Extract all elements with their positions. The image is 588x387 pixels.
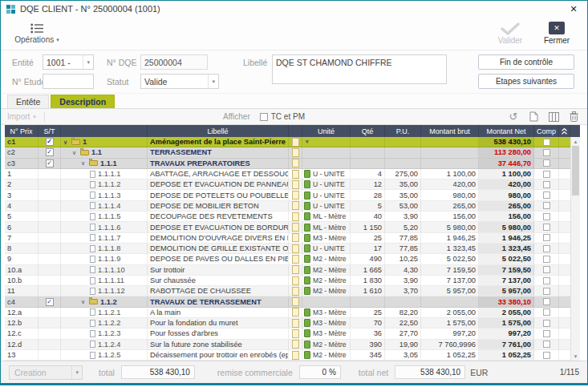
comp-checkbox[interactable] [543, 277, 550, 284]
table-row[interactable]: 12.a1.1.2.1A la mainM3 - Mètre2582,202 0… [5, 308, 570, 318]
cell-end [559, 244, 570, 253]
unit-label: M2 - Mètre [313, 351, 347, 359]
expand-chevron-icon[interactable]: ∨ [72, 150, 79, 155]
libelle-input[interactable]: DQE ST CHAMOND CHIFFRE [272, 54, 447, 84]
operations-button[interactable]: Opérations▾ [9, 17, 65, 50]
comp-checkbox[interactable] [543, 224, 550, 231]
table-row[interactable]: 41.1.1.4DEPOSE DE MOBILIER BETONU - UNIT… [5, 201, 570, 212]
comp-checkbox[interactable] [543, 320, 550, 327]
col-hierarchy[interactable] [61, 125, 148, 137]
st-checkbox[interactable]: ✓ [46, 159, 54, 167]
num-etude-input[interactable] [43, 74, 94, 89]
fermer-button[interactable]: ✕ Fermer [534, 17, 579, 50]
col-num-prix[interactable]: N° Prix [5, 125, 39, 137]
comp-checkbox[interactable] [543, 288, 550, 295]
cell-comp [534, 350, 559, 360]
col-libelle[interactable]: Libellé [148, 125, 289, 137]
fin-de-controle-button[interactable]: Fin de contrôle [478, 54, 574, 70]
table-row[interactable]: c3✓∨1.1.1TRAVAUX PREPARATOIRES37 446,70 [5, 159, 570, 169]
cell-hierarchy: ∨1 [61, 137, 148, 147]
expand-chevron-icon[interactable]: ∨ [63, 139, 70, 145]
scroll-down-icon[interactable]: ▼ [571, 352, 580, 361]
hierarchy-code: 1.1.1.12 [98, 287, 125, 295]
st-checkbox[interactable]: ✓ [46, 298, 54, 306]
unit-icon [304, 234, 310, 242]
vertical-scrollbar[interactable]: ▲ ▼ [570, 137, 580, 361]
comp-checkbox[interactable] [543, 202, 550, 209]
comp-checkbox[interactable] [543, 341, 550, 348]
table-row[interactable]: 10.b1.1.1.11Sur chausséeM2 - Mètre1 8303… [5, 276, 570, 286]
comp-checkbox[interactable] [543, 171, 550, 178]
st-checkbox[interactable]: ✓ [46, 138, 54, 146]
statut-select[interactable]: Valide ▾ [140, 74, 219, 89]
expand-chevron-icon[interactable]: ∨ [81, 160, 87, 166]
table-row[interactable]: 51.1.1.5DECOUPAGE DES REVETEMENTSML - Mè… [5, 212, 570, 222]
col-note[interactable] [289, 125, 302, 137]
table-row[interactable]: 81.1.1.8DEMOLITION DE GRILLE EXISTANTE O… [5, 244, 570, 254]
table-row[interactable]: 61.1.1.6DEPOSE ET EVACUATION DE BORDURES… [5, 222, 570, 232]
trash-icon[interactable] [566, 111, 581, 123]
table-row[interactable]: c1✓∨1Aménagement de la place Saint-Pierr… [5, 137, 570, 147]
valider-button[interactable]: Valider [486, 17, 534, 50]
col-montant-brut[interactable]: Montant brut [421, 125, 479, 137]
table-row[interactable]: 111.1.1.12RABOTTAGE DE CHAUSSEEM2 - Mètr… [5, 286, 570, 296]
unit-dropdown-icon[interactable]: ▾ [306, 139, 309, 145]
table-row[interactable]: 12.d1.1.2.4Sur la future zone stabilisée… [5, 340, 570, 350]
remise-field[interactable]: 0 % [299, 365, 341, 379]
col-pu[interactable]: P.U. [385, 125, 421, 137]
comp-checkbox[interactable] [543, 298, 550, 305]
table-row[interactable]: 71.1.1.7DEMOLITION D'OUVRAGE DIVERS EN B… [5, 233, 570, 244]
comp-checkbox[interactable] [543, 139, 550, 146]
table-row[interactable]: 91.1.1.9DEPOSE DE PAVES OU DALLES EN PIE… [5, 254, 570, 264]
comp-checkbox[interactable] [543, 352, 550, 359]
comp-checkbox[interactable] [543, 330, 550, 337]
new-document-icon[interactable] [526, 111, 541, 123]
collapse-rows-icon[interactable] [559, 125, 570, 137]
import-button[interactable]: Import ▾ [7, 112, 36, 121]
table-row[interactable]: 10.a1.1.1.10Sur trottoirM2 - Mètre1 6654… [5, 265, 570, 276]
cell-libelle: Sur trottoir [148, 265, 289, 275]
comp-checkbox[interactable] [543, 181, 550, 188]
etapes-suivantes-button[interactable]: Etapes suivantes [478, 74, 574, 89]
columns-icon[interactable] [546, 111, 561, 123]
table-row[interactable]: 12.b1.1.2.2Pour la fondation du muretM3 … [5, 318, 570, 329]
expand-chevron-icon[interactable]: ∨ [81, 299, 87, 304]
tab-entete[interactable]: Entête [7, 95, 49, 108]
table-row[interactable]: 31.1.1.3DEPOSE DE POTELETS OU POUBELLESU… [5, 190, 570, 200]
table-row[interactable]: 131.1.2.5Décaissement pour trottoir en e… [5, 350, 570, 361]
comp-checkbox[interactable] [543, 213, 550, 220]
table-row[interactable]: c4✓∨1.1.2TRAVAUX DE TERRASSEMENT33 380,1… [5, 296, 570, 307]
comp-checkbox[interactable] [543, 159, 550, 167]
comp-checkbox[interactable] [543, 234, 550, 241]
comp-checkbox[interactable] [543, 245, 550, 252]
num-dqe-label: N° DQE [107, 58, 136, 67]
cell-note [289, 159, 302, 168]
entite-select[interactable]: 1001 - ▾ [43, 54, 94, 70]
libelle-label: Libellé [243, 58, 267, 67]
col-st[interactable]: S/T [39, 125, 61, 137]
table-row[interactable]: 11.1.1.1ABATTAGE, ARRACHAGE ET DESSOUCHA… [5, 169, 570, 179]
tc-pm-checkbox[interactable] [260, 113, 268, 121]
st-checkbox[interactable]: ✓ [46, 148, 54, 156]
cell-end [559, 190, 570, 200]
col-montant-net[interactable]: Montant Net [479, 125, 534, 137]
creation-select[interactable]: Creation ▾ [9, 365, 83, 380]
comp-checkbox[interactable] [543, 149, 550, 156]
comp-checkbox[interactable] [543, 308, 550, 316]
table-row[interactable]: 12.c1.1.2.3Pour fosses d'arbresM3 - Mètr… [5, 329, 570, 339]
table-row[interactable]: 21.1.1.2DEPOSE ET EVACUATION DE PANNEAUX… [5, 179, 570, 190]
tab-description[interactable]: Description [51, 95, 115, 108]
comp-checkbox[interactable] [543, 256, 550, 263]
comp-checkbox[interactable] [543, 191, 550, 199]
col-qte[interactable]: Qté [351, 125, 385, 137]
comp-checkbox[interactable] [543, 266, 550, 273]
cell-note [289, 222, 302, 232]
scroll-up-icon[interactable]: ▲ [571, 137, 580, 146]
scrollbar-thumb[interactable] [572, 146, 579, 196]
col-comp[interactable]: Comp [534, 125, 559, 137]
col-unite[interactable]: Unité [302, 125, 351, 137]
table-row[interactable]: c2✓∨1.1TERRASSEMENT113 280,00 [5, 147, 570, 158]
cell-libelle: DEPOSE ET EVACUATION DE BORDURES OU DE [148, 222, 289, 232]
window-close-icon[interactable]: ✕ [563, 2, 584, 16]
clear-undo-icon[interactable]: ↺ [506, 111, 521, 123]
